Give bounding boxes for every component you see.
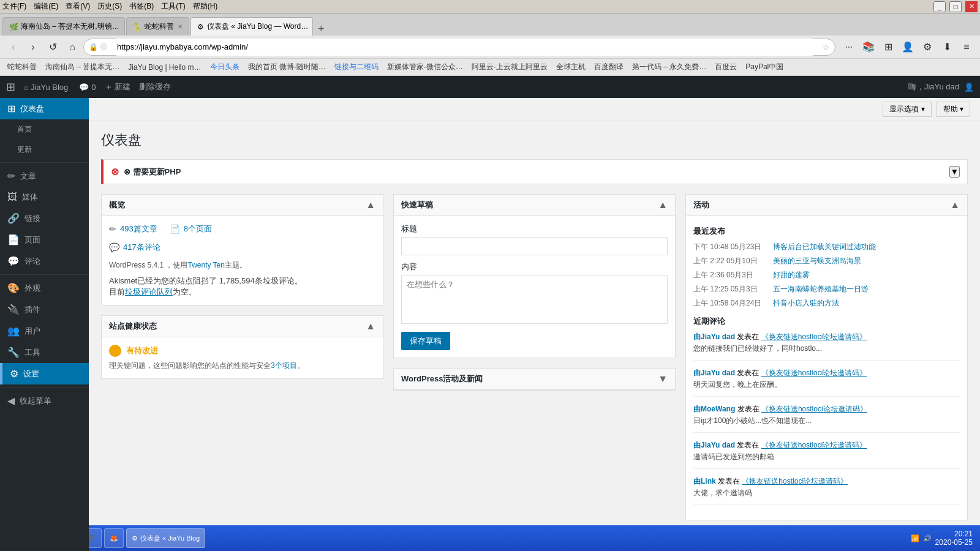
sidebar-item-dashboard[interactable]: ⊞ 仪表盘 bbox=[0, 98, 89, 119]
sidebar-item-collapse[interactable]: ◀ 收起菜单 bbox=[0, 390, 89, 411]
wp-sidebar: ⊞ 仪表盘 首页 更新 ✏ 文章 🖼 媒体 🔗 链接 bbox=[0, 98, 89, 551]
menu-tools[interactable]: 工具(T) bbox=[161, 1, 185, 12]
sidebar-item-updates[interactable]: 更新 bbox=[0, 140, 89, 160]
wp-comments-count[interactable]: 💬 0 bbox=[74, 83, 100, 92]
health-link[interactable]: 3个项目 bbox=[271, 361, 297, 370]
post2-link[interactable]: 美丽的三亚与蜈支洲岛海景 bbox=[773, 256, 861, 266]
download-button[interactable]: ⬇ bbox=[938, 39, 956, 56]
menu-btn[interactable]: ≡ bbox=[958, 39, 975, 56]
spam-queue-link[interactable]: 垃圾评论队列 bbox=[125, 287, 173, 296]
star-icon[interactable]: ☆ bbox=[822, 42, 830, 52]
overview-toggle[interactable]: ▲ bbox=[366, 200, 375, 211]
sidebar-item-links[interactable]: 🔗 链接 bbox=[0, 208, 89, 229]
comment4-post[interactable]: 《换友链送hostloci论坛邀请码》 bbox=[761, 441, 867, 449]
post4-link[interactable]: 五一海南蟒蛇养殖基地一日游 bbox=[773, 284, 869, 294]
wp-new-button[interactable]: ＋ 新建 bbox=[101, 81, 135, 92]
tab3-close[interactable]: ✕ bbox=[312, 23, 313, 30]
sidebar-item-posts[interactable]: ✏ 文章 bbox=[0, 165, 89, 187]
help-button[interactable]: 帮助 ▾ bbox=[937, 102, 970, 117]
win-maximize[interactable]: □ bbox=[949, 1, 962, 12]
menu-help[interactable]: 帮助(H) bbox=[193, 1, 218, 12]
sidebar-item-plugins[interactable]: 🔌 插件 bbox=[0, 299, 89, 320]
sidebar-item-settings[interactable]: ⚙ 设置 bbox=[0, 363, 89, 384]
bookmark-code1[interactable]: 第一代码 – 永久免费… bbox=[630, 61, 709, 73]
post1-link[interactable]: 博客后台已加载关键词过滤功能 bbox=[773, 242, 876, 252]
spam-queue-notice: 目前垃圾评论队列为空。 bbox=[109, 287, 375, 298]
wp-site-name[interactable]: ⌂ JiaYu Blog bbox=[20, 83, 72, 92]
comment5-post[interactable]: 《换友链送hostloci论坛邀请码》 bbox=[742, 477, 848, 485]
tab2-close[interactable]: ✕ bbox=[178, 23, 183, 30]
tab-3[interactable]: ⚙ 仪表盘 « JiaYu Blog — Word… ✕ bbox=[190, 17, 313, 36]
wp-user-greeting[interactable]: 嗨，JiaYu dad bbox=[908, 81, 959, 92]
post4-time: 上午 12:25 05月3日 bbox=[693, 284, 767, 294]
back-button[interactable]: ‹ bbox=[5, 39, 22, 56]
activity-toggle[interactable]: ▲ bbox=[950, 200, 960, 211]
refresh-button[interactable]: ↺ bbox=[44, 39, 61, 56]
activity-header: 活动 ▲ bbox=[686, 195, 967, 216]
comment1-post[interactable]: 《换友链送hostloci论坛邀请码》 bbox=[761, 332, 867, 341]
bookmark-qrcode[interactable]: 链接与二维码 bbox=[332, 61, 381, 73]
sidebar-comments-label: 评论 bbox=[24, 256, 40, 267]
home-button[interactable]: ⌂ bbox=[64, 39, 81, 56]
bookmark-weibo[interactable]: 我的首页 微博-随时随… bbox=[246, 61, 328, 73]
stat-comments-link[interactable]: 417条评论 bbox=[123, 242, 160, 253]
draft-content-input[interactable] bbox=[401, 275, 668, 324]
bookmark-snake[interactable]: 蛇蛇科普 bbox=[5, 61, 39, 73]
menu-edit[interactable]: 编辑(E) bbox=[34, 1, 58, 12]
tab-2[interactable]: 🐍 蛇蛇科普 ✕ bbox=[126, 17, 189, 36]
win-minimize[interactable]: _ bbox=[933, 1, 946, 12]
quick-draft-toggle[interactable]: ▲ bbox=[658, 200, 668, 211]
bookmark-hainan[interactable]: 海南仙岛 – 菩提本无… bbox=[43, 61, 122, 73]
bookmark-paypal[interactable]: PayPal中国 bbox=[743, 61, 786, 73]
wp-news-toggle[interactable]: ▼ bbox=[658, 373, 668, 384]
comment2-post[interactable]: 《换友链送hostloci论坛邀请码》 bbox=[761, 369, 867, 377]
new-tab-button[interactable]: + bbox=[314, 23, 328, 36]
bookmark-globalhost[interactable]: 全球主机 bbox=[554, 61, 588, 73]
overview-stats-2: 💬 417条评论 bbox=[109, 242, 375, 253]
taskbar-wp-window[interactable]: ⚙ 仪表盘 « JiaYu Blog bbox=[126, 528, 205, 548]
sidebar-item-comments[interactable]: 💬 评论 bbox=[0, 250, 89, 272]
wp-user-avatar[interactable]: 👤 bbox=[964, 83, 974, 92]
menu-history[interactable]: 历史(S) bbox=[97, 1, 122, 12]
wp-delete-cache[interactable]: 删除缓存 bbox=[139, 81, 171, 92]
post3-link[interactable]: 好甜的莲雾 bbox=[773, 270, 810, 280]
save-draft-button[interactable]: 保存草稿 bbox=[401, 332, 450, 350]
tab-1[interactable]: 🌿 海南仙岛 – 菩提本无树,明镜… bbox=[2, 17, 125, 36]
sidebar-item-users[interactable]: 👥 用户 bbox=[0, 320, 89, 342]
comment3-post[interactable]: 《换友链送hostloci论坛邀请码》 bbox=[761, 405, 867, 413]
address-bar[interactable] bbox=[110, 39, 820, 56]
sidebar-item-media[interactable]: 🖼 媒体 bbox=[0, 187, 89, 208]
sidebar-item-pages[interactable]: 📄 页面 bbox=[0, 229, 89, 250]
bookmark-aliyun[interactable]: 阿里云-上云就上阿里云 bbox=[469, 61, 550, 73]
menu-bookmarks[interactable]: 书签(B) bbox=[129, 1, 154, 12]
bookmark-baidu-translate[interactable]: 百度翻译 bbox=[592, 61, 626, 73]
stat-pages-link[interactable]: 8个页面 bbox=[184, 223, 212, 234]
overview-panel: 概览 ▲ ✏ 493篇文章 📄 bbox=[101, 194, 383, 305]
stat-posts-link[interactable]: 493篇文章 bbox=[120, 223, 157, 234]
wp-logo[interactable]: ⊞ bbox=[6, 80, 15, 94]
settings-nav-button[interactable]: ⚙ bbox=[919, 39, 936, 56]
site-health-toggle[interactable]: ▲ bbox=[366, 321, 375, 332]
draft-title-input[interactable] bbox=[401, 237, 668, 255]
menu-view[interactable]: 查看(V) bbox=[66, 1, 90, 12]
windows-menubar: 文件(F) 编辑(E) 查看(V) 历史(S) 书签(B) 工具(T) 帮助(H… bbox=[0, 0, 980, 13]
win-close[interactable]: ✕ bbox=[965, 1, 978, 12]
php-notice-toggle[interactable]: ▼ bbox=[949, 166, 960, 178]
sidebar-item-appearance[interactable]: 🎨 外观 bbox=[0, 277, 89, 299]
taskbar-firefox[interactable]: 🦊 bbox=[104, 528, 124, 548]
sidebar-item-tools[interactable]: 🔧 工具 bbox=[0, 342, 89, 363]
reader-button[interactable]: ⊞ bbox=[880, 39, 897, 56]
menu-file[interactable]: 文件(F) bbox=[2, 1, 26, 12]
bookmark-jiayu[interactable]: JiaYu Blog | Hello m… bbox=[126, 62, 203, 73]
display-options-button[interactable]: 显示选项 ▾ bbox=[883, 102, 931, 117]
bookmark-button[interactable]: 📚 bbox=[860, 39, 877, 56]
bookmark-newmedia[interactable]: 新媒体管家-微信公众… bbox=[385, 61, 466, 73]
sidebar-item-home[interactable]: 首页 bbox=[0, 119, 89, 140]
sync-button[interactable]: 👤 bbox=[899, 39, 916, 56]
bookmark-toutiao[interactable]: 今日头条 bbox=[208, 61, 242, 73]
bookmark-baidu-cloud[interactable]: 百度云 bbox=[712, 61, 739, 73]
theme-link[interactable]: Twenty Ten bbox=[187, 261, 224, 269]
post5-link[interactable]: 抖音小店入驻的方法 bbox=[773, 298, 839, 309]
extensions-button[interactable]: ⋯ bbox=[840, 39, 858, 56]
forward-button[interactable]: › bbox=[24, 39, 42, 56]
